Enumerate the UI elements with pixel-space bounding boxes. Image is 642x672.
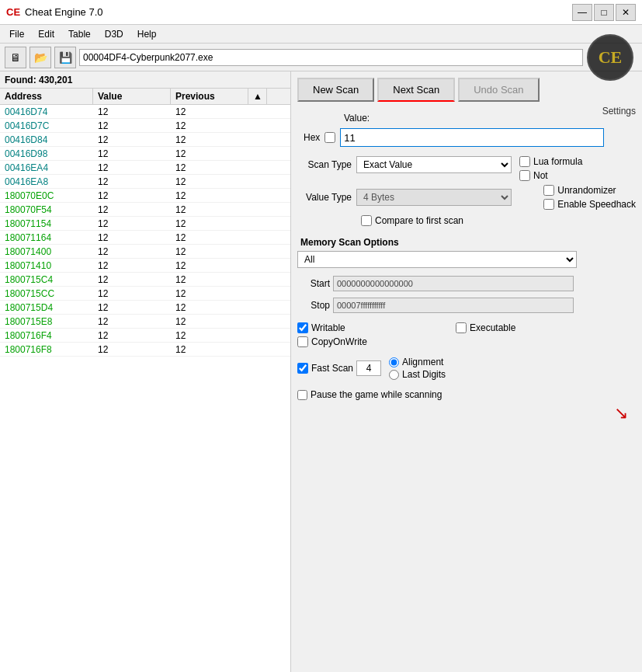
scan-address-11: 180071410 (0, 259, 93, 272)
scan-row-11[interactable]: 180071410 12 12 (0, 259, 290, 273)
alignment-label[interactable]: Alignment (389, 357, 446, 367)
scan-type-row: Scan Type Exact Value Bigger than... Sma… (297, 156, 636, 181)
unrandomizer-label[interactable]: Unrandomizer (543, 185, 636, 196)
copy-on-write-label[interactable]: CopyOnWrite (297, 336, 442, 347)
compare-first-label[interactable]: Compare to first scan (361, 215, 463, 226)
scan-previous-5: 12 (171, 176, 248, 188)
lua-formula-text: Lua formula (533, 156, 582, 167)
scan-row-9[interactable]: 180071164 12 12 (0, 231, 290, 245)
scan-address-9: 180071164 (0, 232, 93, 244)
menu-table[interactable]: Table (62, 27, 97, 41)
scan-row-7[interactable]: 180070F54 12 12 (0, 203, 290, 217)
toolbar-folder-icon[interactable]: 📂 (29, 47, 51, 68)
scan-row-4[interactable]: 00416EA4 12 12 (0, 161, 290, 175)
compare-first-checkbox[interactable] (361, 215, 372, 226)
menu-d3d[interactable]: D3D (99, 27, 130, 41)
value-type-dropdown[interactable]: 4 Bytes (356, 189, 512, 206)
scan-address-1: 00416D7C (0, 120, 93, 132)
hex-label: Hex (304, 132, 320, 143)
executable-label[interactable]: Executable (456, 322, 592, 333)
last-digits-label[interactable]: Last Digits (389, 369, 446, 380)
scan-row-8[interactable]: 180071154 12 12 (0, 217, 290, 231)
scroll-arrow-indicator: ↘ (614, 403, 628, 423)
close-button[interactable]: ✕ (616, 4, 636, 21)
scan-row-6[interactable]: 180070E0C 12 12 (0, 189, 290, 203)
scan-previous-11: 12 (171, 259, 248, 272)
undo-scan-button[interactable]: Undo Scan (458, 78, 539, 102)
scan-row-3[interactable]: 00416D98 12 12 (0, 147, 290, 161)
menu-edit[interactable]: Edit (32, 27, 61, 41)
minimize-button[interactable]: — (572, 4, 592, 21)
not-label[interactable]: Not (519, 170, 582, 181)
scan-value-0: 12 (93, 106, 171, 118)
red-arrow-icon: ↘ (614, 403, 628, 423)
scan-row-14[interactable]: 1800715D4 12 12 (0, 301, 290, 315)
scan-row-2[interactable]: 00416D84 12 12 (0, 133, 290, 147)
scan-previous-4: 12 (171, 162, 248, 174)
maximize-button[interactable]: □ (594, 4, 614, 21)
fast-scan-label[interactable]: Fast Scan (297, 363, 353, 374)
scan-address-6: 180070E0C (0, 190, 93, 202)
scan-address-0: 00416D74 (0, 106, 93, 118)
scan-row-1[interactable]: 00416D7C 12 12 (0, 119, 290, 133)
title-bar: CE Cheat Engine 7.0 — □ ✕ (0, 0, 642, 25)
address-bar[interactable] (79, 49, 583, 66)
enable-speedhack-label[interactable]: Enable Speedhack (543, 199, 636, 210)
scan-type-dropdown[interactable]: Exact Value Bigger than... Smaller than.… (356, 156, 512, 173)
pause-game-checkbox[interactable] (297, 390, 307, 400)
menu-help[interactable]: Help (131, 27, 163, 41)
scan-row-15[interactable]: 1800715E8 12 12 (0, 315, 290, 329)
writable-label[interactable]: Writable (297, 322, 442, 333)
start-input[interactable] (333, 276, 574, 291)
scan-address-16: 1800716F4 (0, 329, 93, 342)
toolbar-monitor-icon[interactable]: 🖥 (5, 47, 26, 68)
title-bar-controls: — □ ✕ (572, 4, 636, 21)
app-icon: CE (6, 6, 20, 18)
scan-row-0[interactable]: 00416D74 12 12 (0, 105, 290, 119)
lua-formula-checkbox[interactable] (519, 156, 530, 167)
scan-value-12: 12 (93, 273, 171, 286)
stop-input[interactable] (333, 298, 574, 313)
scan-row-16[interactable]: 1800716F4 12 12 (0, 329, 290, 343)
col-address-header: Address (0, 89, 93, 104)
found-count: Found: 430,201 (5, 75, 72, 85)
unrandomizer-checkbox[interactable] (543, 185, 554, 196)
fast-scan-checkbox[interactable] (297, 363, 308, 374)
scan-value-8: 12 (93, 218, 171, 230)
scan-row-5[interactable]: 00416EA8 12 12 (0, 175, 290, 189)
scan-row-13[interactable]: 1800715CC 12 12 (0, 287, 290, 301)
scan-value-17: 12 (93, 343, 171, 356)
executable-checkbox[interactable] (456, 322, 467, 333)
scan-previous-12: 12 (171, 273, 248, 286)
scan-address-12: 1800715C4 (0, 273, 93, 286)
fast-scan-value[interactable] (356, 360, 381, 376)
scan-previous-10: 12 (171, 245, 248, 258)
settings-label[interactable]: Settings (602, 106, 636, 117)
scan-row-10[interactable]: 180071400 12 12 (0, 245, 290, 259)
title-bar-left: CE Cheat Engine 7.0 (6, 6, 103, 18)
lua-formula-label[interactable]: Lua formula (519, 156, 582, 167)
last-digits-radio[interactable] (389, 370, 399, 380)
copy-on-write-checkbox[interactable] (297, 336, 308, 347)
toolbar-save-icon[interactable]: 💾 (54, 47, 76, 68)
memory-scan-dropdown[interactable]: All (297, 251, 577, 268)
not-checkbox[interactable] (519, 170, 530, 181)
scan-row-17[interactable]: 1800716F8 12 12 (0, 343, 290, 357)
scan-value-2: 12 (93, 134, 171, 146)
alignment-radio[interactable] (389, 357, 399, 367)
scan-previous-7: 12 (171, 204, 248, 216)
writable-checkbox[interactable] (297, 322, 308, 333)
new-scan-button[interactable]: New Scan (297, 78, 374, 102)
value-input[interactable] (340, 128, 604, 147)
scan-row-12[interactable]: 1800715C4 12 12 (0, 273, 290, 287)
scan-previous-17: 12 (171, 343, 248, 356)
enable-speedhack-checkbox[interactable] (543, 199, 554, 210)
sort-col: ▲ (248, 89, 267, 104)
extra-options: Unrandomizer Enable Speedhack (543, 185, 636, 210)
menu-file[interactable]: File (3, 27, 30, 41)
scan-address-3: 00416D98 (0, 148, 93, 160)
next-scan-button[interactable]: Next Scan (377, 78, 455, 102)
hex-checkbox[interactable] (324, 132, 335, 143)
compare-first-text: Compare to first scan (375, 215, 463, 226)
last-digits-text: Last Digits (402, 369, 446, 380)
